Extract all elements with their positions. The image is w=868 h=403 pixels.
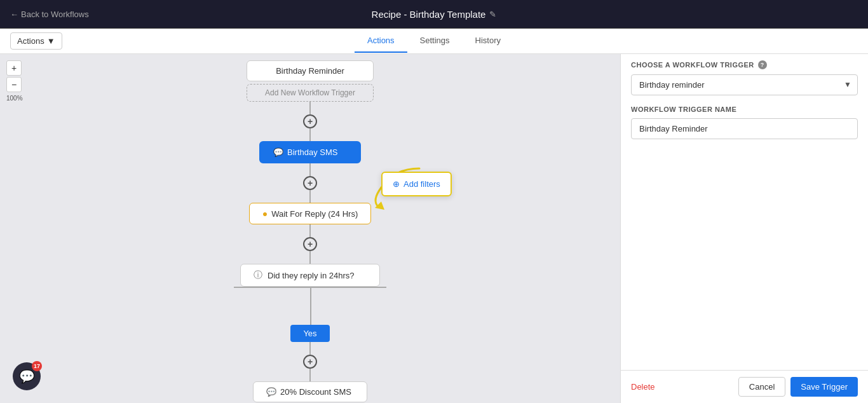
- trigger-select[interactable]: Birthday reminder Contact Created Tag Ad…: [631, 74, 858, 95]
- decision-icon: ⓘ: [254, 270, 262, 281]
- panel-body: CHOOSE A WORKFLOW TRIGGER ? Birthday rem…: [621, 50, 868, 370]
- delete-button[interactable]: Delete: [631, 382, 655, 392]
- back-button[interactable]: ← Back to Workflows: [10, 10, 89, 19]
- panel-footer: Delete Cancel Save Trigger: [621, 370, 868, 403]
- yes-label: Yes: [303, 329, 316, 338]
- cancel-button[interactable]: Cancel: [738, 377, 785, 397]
- yes-button[interactable]: Yes: [290, 325, 329, 342]
- add-filters-icon: ⊕: [393, 179, 400, 189]
- add-filters-button[interactable]: ⊕ Add filters: [381, 172, 452, 196]
- trigger-select-wrapper: Birthday reminder Contact Created Tag Ad…: [631, 74, 858, 95]
- page-title: Recipe - Birthday Template ✎: [372, 9, 497, 20]
- wait-label: Wait For Reply (24 Hrs): [271, 209, 358, 219]
- add-trigger-button[interactable]: Add New Workflow Trigger: [247, 84, 374, 102]
- branch-area: [215, 287, 405, 325]
- sms-label: Birthday SMS: [287, 147, 337, 157]
- back-label: Back to Workflows: [21, 10, 89, 19]
- tab-settings[interactable]: Settings: [407, 29, 463, 53]
- tab-bar: Actions ▼ Actions Settings History: [0, 29, 868, 54]
- line-1: [309, 102, 311, 114]
- sms-icon: 💬: [273, 147, 283, 157]
- info-icon: ?: [758, 60, 767, 69]
- workflow-canvas: + − 100% Birthday Reminder Add New Workf…: [0, 54, 620, 403]
- top-nav: ← Back to Workflows Recipe - Birthday Te…: [0, 0, 868, 29]
- trigger-name-label: WORKFLOW TRIGGER NAME: [631, 106, 858, 113]
- branch-center-line: [310, 287, 311, 325]
- wait-icon: ●: [262, 208, 268, 219]
- actions-label: Actions: [17, 36, 44, 46]
- decision-label: Did they reply in 24hrs?: [268, 271, 355, 280]
- footer-right: Cancel Save Trigger: [738, 377, 858, 397]
- add-step-2[interactable]: +: [303, 176, 317, 190]
- line-3: [309, 163, 311, 176]
- discount-sms-node[interactable]: 💬 20% Discount SMS: [253, 381, 367, 402]
- chat-badge: 17: [32, 361, 42, 371]
- back-arrow-icon: ←: [10, 10, 18, 19]
- tab-history[interactable]: History: [463, 29, 513, 53]
- trigger-section-label: CHOOSE A WORKFLOW TRIGGER ?: [631, 60, 858, 69]
- tab-group: Actions Settings History: [355, 29, 513, 53]
- decision-node[interactable]: ⓘ Did they reply in 24hrs?: [240, 264, 380, 287]
- discount-sms-icon: 💬: [266, 387, 276, 397]
- discount-sms-label: 20% Discount SMS: [280, 387, 351, 397]
- connector-2: +: [303, 163, 317, 203]
- add-step-4[interactable]: +: [303, 355, 317, 369]
- trigger-node[interactable]: Birthday Reminder: [247, 60, 374, 81]
- chat-icon: 💬: [19, 369, 35, 384]
- branch-left-line: [234, 287, 310, 288]
- title-text: Recipe - Birthday Template: [372, 9, 486, 20]
- connector-1: +: [303, 102, 317, 141]
- actions-dropdown-button[interactable]: Actions ▼: [10, 32, 62, 50]
- chat-fab[interactable]: 💬 17: [13, 362, 41, 390]
- actions-chevron-icon: ▼: [47, 36, 55, 46]
- edit-icon[interactable]: ✎: [489, 10, 496, 19]
- birthday-sms-node[interactable]: 💬 Birthday SMS: [259, 141, 361, 163]
- save-trigger-button[interactable]: Save Trigger: [790, 377, 858, 397]
- connector-4: +: [303, 342, 317, 381]
- workflow-nodes: Birthday Reminder Add New Workflow Trigg…: [0, 54, 620, 402]
- trigger-name-input[interactable]: [631, 118, 858, 139]
- line-2: [309, 128, 311, 141]
- line-6: [309, 251, 311, 264]
- wait-node[interactable]: ● Wait For Reply (24 Hrs): [249, 203, 372, 224]
- line-4: [309, 190, 311, 203]
- line-5: [309, 224, 311, 237]
- add-filters-label: Add filters: [403, 179, 440, 189]
- tab-actions[interactable]: Actions: [355, 29, 407, 53]
- connector-3: +: [303, 224, 317, 264]
- add-step-1[interactable]: +: [303, 114, 317, 128]
- branch-right-line: [310, 287, 386, 288]
- add-step-3[interactable]: +: [303, 237, 317, 251]
- line-8: [309, 369, 311, 381]
- line-7: [309, 342, 311, 355]
- right-panel: Workflow Trigger Adds a workflow trigger…: [620, 0, 868, 403]
